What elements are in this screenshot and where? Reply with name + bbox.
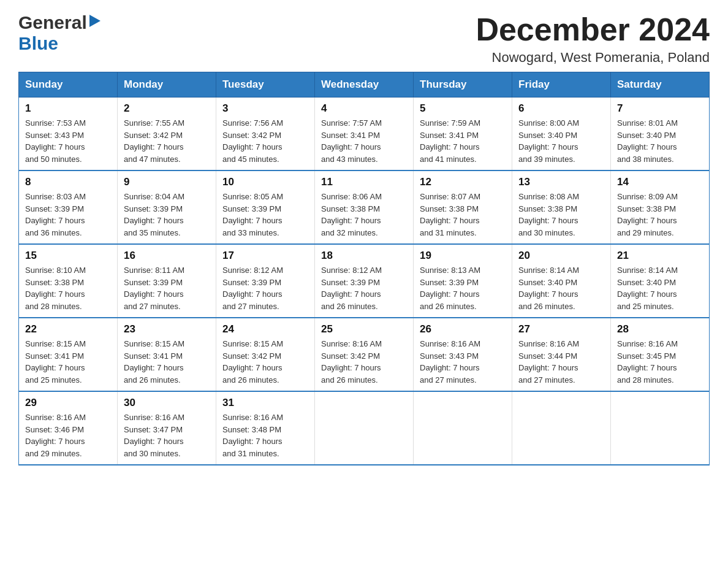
- day-cell: 24 Sunrise: 8:15 AMSunset: 3:42 PMDaylig…: [216, 318, 315, 391]
- day-number: 9: [124, 176, 210, 188]
- day-cell: 11 Sunrise: 8:06 AMSunset: 3:38 PMDaylig…: [315, 170, 414, 244]
- day-info: Sunrise: 8:16 AMSunset: 3:45 PMDaylight:…: [617, 339, 678, 385]
- logo-arrow-icon: [89, 15, 100, 29]
- day-info: Sunrise: 8:15 AMSunset: 3:42 PMDaylight:…: [222, 339, 283, 385]
- header-monday: Monday: [118, 72, 216, 98]
- day-info: Sunrise: 8:14 AMSunset: 3:40 PMDaylight:…: [518, 266, 579, 311]
- logo-general-text: General: [18, 12, 87, 33]
- day-cell: 6 Sunrise: 8:00 AMSunset: 3:40 PMDayligh…: [512, 98, 611, 171]
- logo: General Blue: [18, 12, 100, 54]
- day-cell: 3 Sunrise: 7:56 AMSunset: 3:42 PMDayligh…: [216, 98, 315, 171]
- day-cell: 4 Sunrise: 7:57 AMSunset: 3:41 PMDayligh…: [315, 98, 414, 171]
- day-cell: [611, 391, 710, 465]
- day-number: 5: [420, 102, 506, 115]
- logo-blue-text: Blue: [18, 33, 58, 53]
- day-cell: 25 Sunrise: 8:16 AMSunset: 3:42 PMDaylig…: [315, 318, 414, 391]
- day-cell: 7 Sunrise: 8:01 AMSunset: 3:40 PMDayligh…: [611, 98, 710, 171]
- day-cell: 15 Sunrise: 8:10 AMSunset: 3:38 PMDaylig…: [19, 244, 118, 318]
- week-row-1: 1 Sunrise: 7:53 AMSunset: 3:43 PMDayligh…: [19, 98, 710, 171]
- day-cell: 12 Sunrise: 8:07 AMSunset: 3:38 PMDaylig…: [414, 170, 512, 244]
- day-number: 8: [25, 176, 111, 188]
- day-cell: 2 Sunrise: 7:55 AMSunset: 3:42 PMDayligh…: [118, 98, 216, 171]
- day-info: Sunrise: 8:15 AMSunset: 3:41 PMDaylight:…: [124, 339, 184, 385]
- day-info: Sunrise: 8:08 AMSunset: 3:38 PMDaylight:…: [518, 192, 579, 237]
- day-cell: 30 Sunrise: 8:16 AMSunset: 3:47 PMDaylig…: [118, 391, 216, 465]
- day-info: Sunrise: 8:16 AMSunset: 3:43 PMDaylight:…: [420, 339, 480, 385]
- day-cell: 19 Sunrise: 8:13 AMSunset: 3:39 PMDaylig…: [414, 244, 512, 318]
- day-info: Sunrise: 8:09 AMSunset: 3:38 PMDaylight:…: [617, 192, 678, 237]
- day-cell: 10 Sunrise: 8:05 AMSunset: 3:39 PMDaylig…: [216, 170, 315, 244]
- day-info: Sunrise: 8:16 AMSunset: 3:44 PMDaylight:…: [518, 339, 579, 385]
- day-number: 22: [25, 323, 111, 335]
- day-number: 7: [617, 102, 703, 115]
- day-info: Sunrise: 8:05 AMSunset: 3:39 PMDaylight:…: [222, 192, 283, 237]
- week-row-4: 22 Sunrise: 8:15 AMSunset: 3:41 PMDaylig…: [19, 318, 710, 391]
- day-info: Sunrise: 8:15 AMSunset: 3:41 PMDaylight:…: [25, 339, 86, 385]
- day-cell: 26 Sunrise: 8:16 AMSunset: 3:43 PMDaylig…: [414, 318, 512, 391]
- day-cell: 22 Sunrise: 8:15 AMSunset: 3:41 PMDaylig…: [19, 318, 118, 391]
- day-number: 1: [25, 102, 111, 115]
- day-number: 20: [518, 250, 604, 262]
- header-thursday: Thursday: [414, 72, 512, 98]
- weekday-header-row: Sunday Monday Tuesday Wednesday Thursday…: [19, 72, 710, 98]
- day-cell: 16 Sunrise: 8:11 AMSunset: 3:39 PMDaylig…: [118, 244, 216, 318]
- day-cell: [512, 391, 611, 465]
- header-tuesday: Tuesday: [216, 72, 315, 98]
- day-info: Sunrise: 7:55 AMSunset: 3:42 PMDaylight:…: [124, 118, 184, 164]
- location-title: Nowogard, West Pomerania, Poland: [476, 50, 710, 66]
- day-info: Sunrise: 7:57 AMSunset: 3:41 PMDaylight:…: [321, 118, 382, 164]
- day-number: 13: [518, 176, 604, 188]
- day-number: 28: [617, 323, 703, 335]
- day-info: Sunrise: 7:53 AMSunset: 3:43 PMDaylight:…: [25, 118, 86, 164]
- day-info: Sunrise: 8:06 AMSunset: 3:38 PMDaylight:…: [321, 192, 382, 237]
- svg-marker-0: [89, 15, 100, 27]
- header-wednesday: Wednesday: [315, 72, 414, 98]
- day-cell: 23 Sunrise: 8:15 AMSunset: 3:41 PMDaylig…: [118, 318, 216, 391]
- day-cell: 27 Sunrise: 8:16 AMSunset: 3:44 PMDaylig…: [512, 318, 611, 391]
- day-info: Sunrise: 8:01 AMSunset: 3:40 PMDaylight:…: [617, 118, 678, 164]
- day-cell: 18 Sunrise: 8:12 AMSunset: 3:39 PMDaylig…: [315, 244, 414, 318]
- day-number: 31: [222, 397, 308, 409]
- week-row-3: 15 Sunrise: 8:10 AMSunset: 3:38 PMDaylig…: [19, 244, 710, 318]
- day-cell: 13 Sunrise: 8:08 AMSunset: 3:38 PMDaylig…: [512, 170, 611, 244]
- day-number: 10: [222, 176, 308, 188]
- day-info: Sunrise: 8:11 AMSunset: 3:39 PMDaylight:…: [124, 266, 184, 311]
- day-number: 23: [124, 323, 210, 335]
- day-info: Sunrise: 8:16 AMSunset: 3:42 PMDaylight:…: [321, 339, 382, 385]
- day-number: 27: [518, 323, 604, 335]
- day-number: 14: [617, 176, 703, 188]
- day-info: Sunrise: 8:12 AMSunset: 3:39 PMDaylight:…: [321, 266, 382, 311]
- day-cell: [315, 391, 414, 465]
- day-number: 26: [420, 323, 506, 335]
- day-cell: 31 Sunrise: 8:16 AMSunset: 3:48 PMDaylig…: [216, 391, 315, 465]
- day-number: 30: [124, 397, 210, 409]
- day-cell: 17 Sunrise: 8:12 AMSunset: 3:39 PMDaylig…: [216, 244, 315, 318]
- header-saturday: Saturday: [611, 72, 710, 98]
- day-number: 24: [222, 323, 308, 335]
- day-number: 11: [321, 176, 407, 188]
- day-number: 29: [25, 397, 111, 409]
- day-number: 17: [222, 250, 308, 262]
- title-block: December 2024 Nowogard, West Pomerania, …: [476, 12, 710, 66]
- day-cell: 9 Sunrise: 8:04 AMSunset: 3:39 PMDayligh…: [118, 170, 216, 244]
- day-cell: 5 Sunrise: 7:59 AMSunset: 3:41 PMDayligh…: [414, 98, 512, 171]
- day-cell: 14 Sunrise: 8:09 AMSunset: 3:38 PMDaylig…: [611, 170, 710, 244]
- day-number: 4: [321, 102, 407, 115]
- day-info: Sunrise: 7:59 AMSunset: 3:41 PMDaylight:…: [420, 118, 480, 164]
- day-info: Sunrise: 8:03 AMSunset: 3:39 PMDaylight:…: [25, 192, 86, 237]
- month-title: December 2024: [476, 12, 710, 47]
- day-number: 3: [222, 102, 308, 115]
- day-number: 18: [321, 250, 407, 262]
- day-info: Sunrise: 7:56 AMSunset: 3:42 PMDaylight:…: [222, 118, 283, 164]
- day-number: 16: [124, 250, 210, 262]
- day-info: Sunrise: 8:04 AMSunset: 3:39 PMDaylight:…: [124, 192, 184, 237]
- day-number: 25: [321, 323, 407, 335]
- day-info: Sunrise: 8:12 AMSunset: 3:39 PMDaylight:…: [222, 266, 283, 311]
- day-info: Sunrise: 8:07 AMSunset: 3:38 PMDaylight:…: [420, 192, 480, 237]
- day-number: 15: [25, 250, 111, 262]
- week-row-5: 29 Sunrise: 8:16 AMSunset: 3:46 PMDaylig…: [19, 391, 710, 465]
- day-info: Sunrise: 8:10 AMSunset: 3:38 PMDaylight:…: [25, 266, 86, 311]
- day-cell: 1 Sunrise: 7:53 AMSunset: 3:43 PMDayligh…: [19, 98, 118, 171]
- day-cell: 8 Sunrise: 8:03 AMSunset: 3:39 PMDayligh…: [19, 170, 118, 244]
- calendar-table: Sunday Monday Tuesday Wednesday Thursday…: [18, 72, 710, 465]
